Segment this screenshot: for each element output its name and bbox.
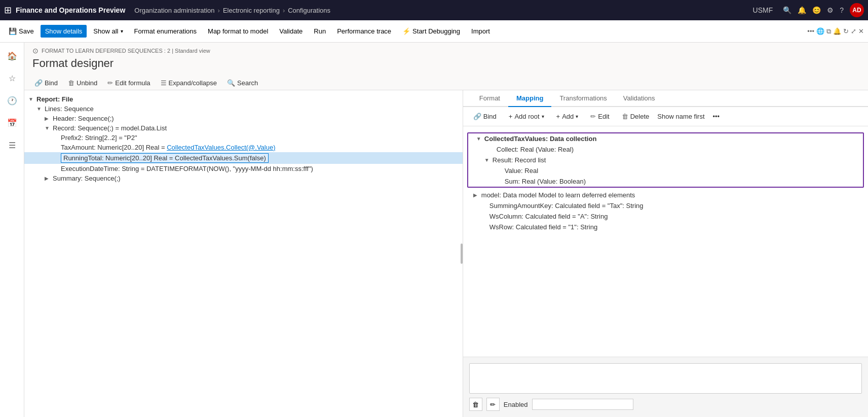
tree-node-record[interactable]: ▼ Record: Sequence(;) = model.Data.List — [24, 123, 463, 133]
breadcrumb-config[interactable]: Configurations — [288, 7, 330, 14]
summary-toggle-icon[interactable]: ▶ — [45, 176, 53, 181]
performance-trace-button[interactable]: Performance trace — [332, 25, 396, 38]
close-icon[interactable]: ✕ — [858, 27, 864, 35]
enabled-delete-button[interactable]: 🗑 — [469, 398, 482, 411]
save-button[interactable]: 💾 Save — [4, 25, 39, 38]
tab-mapping[interactable]: Mapping — [508, 90, 551, 107]
header-toggle-icon[interactable]: ▶ — [45, 116, 53, 121]
nav-star-icon[interactable]: ☆ — [3, 69, 21, 87]
map-node-summingamountkey[interactable]: SummingAmountKey: Calculated field = "Ta… — [463, 200, 868, 211]
tree-node-runningtotal[interactable]: RunningTotal: Numeric[20..20] Real = Col… — [24, 152, 463, 164]
notification-badge-icon[interactable]: 🔔 — [833, 27, 841, 35]
data-collection-box: ▼ CollectedTaxValues: Data collection Co… — [467, 132, 864, 188]
show-all-arrow-icon: ▾ — [121, 28, 123, 34]
model-toggle-icon[interactable]: ▶ — [473, 192, 481, 198]
search-button[interactable]: 🔍 Search — [225, 78, 260, 88]
help-icon[interactable]: ? — [840, 6, 844, 14]
face-icon[interactable]: 😊 — [812, 6, 821, 14]
map-format-to-model-button[interactable]: Map format to model — [203, 25, 273, 38]
tab-validations[interactable]: Validations — [615, 90, 663, 107]
map-node-sum[interactable]: Sum: Real (Value: Boolean) — [468, 176, 863, 187]
more-options-icon[interactable]: ••• — [807, 27, 814, 35]
import-button[interactable]: Import — [467, 25, 495, 38]
map-node-wscolumn[interactable]: WsColumn: Calculated field = "A": String — [463, 211, 868, 222]
map-node-result[interactable]: ▼ Result: Record list — [468, 155, 863, 165]
show-name-first-label[interactable]: Show name first — [657, 113, 704, 120]
format-tree-panel: ▼ Report: File ▼ Lines: Sequence ▶ Heade… — [24, 90, 463, 417]
show-details-button[interactable]: Show details — [41, 25, 87, 38]
page-title: Format designer — [32, 57, 860, 70]
tab-transformations[interactable]: Transformations — [551, 90, 615, 107]
map-add-button[interactable]: + Add ▾ — [552, 111, 583, 122]
collected-toggle-icon[interactable]: ▼ — [476, 136, 484, 142]
edit-formula-button[interactable]: ✏ Edit formula — [105, 78, 152, 88]
breadcrumb-sep2: › — [283, 7, 285, 14]
map-bind-button[interactable]: 🔗 Bind — [469, 111, 501, 122]
map-node-collectedtaxvalues[interactable]: ▼ CollectedTaxValues: Data collection — [468, 133, 863, 144]
resize-handle[interactable] — [461, 244, 463, 264]
map-more-button[interactable]: ••• — [709, 111, 724, 122]
settings-icon[interactable]: ⚙ — [827, 6, 834, 14]
search-icon: 🔍 — [227, 79, 235, 87]
user-avatar[interactable]: AD — [850, 3, 864, 17]
tree-node-taxamount[interactable]: TaxAmount: Numeric[20..20] Real = Collec… — [24, 143, 463, 152]
nav-icons: USMF 🔍 🔔 😊 ⚙ ? AD — [753, 3, 864, 17]
globe-icon[interactable]: 🌐 — [816, 27, 824, 35]
map-node-wsrow[interactable]: WsRow: Calculated field = "1": String — [463, 222, 868, 232]
validate-button[interactable]: Validate — [275, 25, 307, 38]
mapping-toolbar: 🔗 Bind + Add root ▾ + Add ▾ ✏ — [463, 107, 868, 126]
unbind-button[interactable]: 🗑 Unbind — [66, 78, 99, 88]
tree-node-summary[interactable]: ▶ Summary: Sequence(;) — [24, 173, 463, 183]
expand-collapse-icon: ☰ — [161, 79, 167, 87]
breadcrumb-org[interactable]: Organization administration — [134, 7, 214, 14]
run-button[interactable]: Run — [309, 25, 330, 38]
bind-button[interactable]: 🔗 Bind — [32, 78, 60, 88]
filter-icon[interactable]: ⊙ — [32, 47, 39, 55]
edit-formula-icon: ✏ — [107, 79, 113, 87]
tree-node-prefix2[interactable]: Prefix2: String[2..2] = "P2" — [24, 133, 463, 143]
tree-node-executiondatetime[interactable]: ExecutionDateTime: String = DATETIMEFORM… — [24, 164, 463, 173]
windows-icon[interactable]: ⧉ — [826, 27, 831, 36]
lines-toggle-icon[interactable]: ▼ — [36, 106, 45, 112]
refresh-icon[interactable]: ↻ — [843, 27, 849, 35]
nav-calendar-icon[interactable]: 📅 — [3, 114, 21, 132]
app-title: Finance and Operations Preview — [16, 6, 125, 14]
map-add-root-button[interactable]: + Add root ▾ — [505, 111, 548, 122]
enabled-input[interactable] — [532, 399, 633, 410]
show-all-button[interactable]: Show all ▾ — [89, 25, 127, 38]
add-root-arrow-icon: ▾ — [542, 114, 544, 119]
mapping-panel: Format Mapping Transformations Validatio… — [463, 90, 868, 417]
bell-icon[interactable]: 🔔 — [798, 6, 806, 14]
result-toggle-icon[interactable]: ▼ — [484, 157, 493, 163]
expand-collapse-button[interactable]: ☰ Expand/collapse — [159, 78, 219, 88]
tree-node-report[interactable]: ▼ Report: File — [24, 94, 463, 104]
map-node-model[interactable]: ▶ model: Data model Model to learn defer… — [463, 190, 868, 200]
bind-icon: 🔗 — [34, 79, 43, 87]
enabled-edit-button[interactable]: ✏ — [486, 398, 500, 411]
map-edit-button[interactable]: ✏ Edit — [586, 111, 613, 122]
secondary-toolbar: 🔗 Bind 🗑 Unbind ✏ Edit formula ☰ Expand/… — [24, 76, 868, 90]
map-node-value[interactable]: Value: Real — [468, 165, 863, 176]
nav-list-icon[interactable]: ☰ — [3, 136, 21, 154]
top-navigation: ⊞ Finance and Operations Preview Organiz… — [0, 0, 868, 20]
add-root-icon: + — [509, 113, 513, 120]
nav-home-icon[interactable]: 🏠 — [3, 47, 21, 65]
tree-node-header[interactable]: ▶ Header: Sequence(;) — [24, 114, 463, 123]
left-navigation: 🏠 ☆ 🕐 📅 ☰ — [0, 43, 24, 417]
start-debugging-button[interactable]: ⚡ Start Debugging — [398, 25, 465, 38]
breadcrumb-er[interactable]: Electronic reporting — [223, 7, 280, 14]
popout-icon[interactable]: ⤢ — [851, 27, 856, 35]
report-toggle-icon[interactable]: ▼ — [28, 96, 36, 102]
search-nav-icon[interactable]: 🔍 — [783, 6, 791, 14]
map-delete-button[interactable]: 🗑 Delete — [618, 111, 654, 122]
nav-clock-icon[interactable]: 🕐 — [3, 91, 21, 110]
app-grid-icon[interactable]: ⊞ — [4, 5, 12, 16]
description-box[interactable] — [469, 363, 862, 394]
format-enumerations-button[interactable]: Format enumerations — [130, 25, 202, 38]
record-toggle-icon[interactable]: ▼ — [45, 125, 53, 131]
map-node-collect[interactable]: Collect: Real (Value: Real) — [468, 144, 863, 155]
format-tree: ▼ Report: File ▼ Lines: Sequence ▶ Heade… — [24, 90, 463, 187]
main-toolbar: 💾 Save Show details Show all ▾ Format en… — [0, 20, 868, 43]
tree-node-lines[interactable]: ▼ Lines: Sequence — [24, 104, 463, 114]
tab-format[interactable]: Format — [471, 90, 508, 107]
